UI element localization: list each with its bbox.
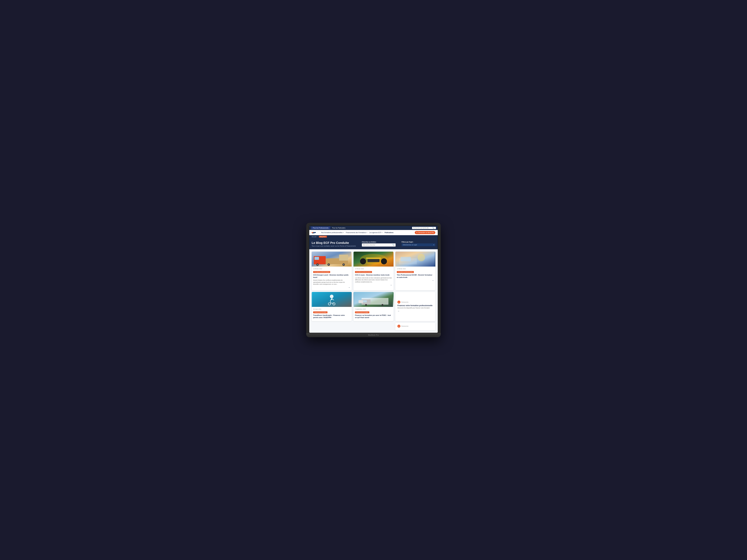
card-2-tag: Formations professionnelles [355,271,372,273]
spacer-2 [354,323,393,330]
card-2-arrow[interactable]: → [355,284,392,286]
article-search-input[interactable] [363,244,392,246]
card-1-date: 14 février 2022 [313,268,350,270]
card-5-tag: Financement formation [355,311,369,313]
card-3-title: Titre Professionnel ECSR : Devenir forma… [397,274,434,278]
svg-rect-5 [314,257,319,260]
breadcrumb: Accueil › Blog ECF [309,235,438,238]
hero-subtitle: Tous ce que vous souhaitez savoir sur le… [312,245,356,247]
card-4-title: Travailleurs handicapés : Financez votre… [313,314,350,319]
spacer-1 [312,323,352,330]
chevron-down-icon: ▾ [433,244,434,246]
car-image-svg [395,251,435,267]
card-1-body: 14 février 2022 Formations professionnel… [312,267,352,290]
svg-point-10 [328,264,329,265]
hero-text: Le Blog ECF Pro Conduite Tous ce que vou… [312,241,356,247]
cta-label: Demander un devis Pro [418,232,434,233]
truck-image-svg [312,251,352,267]
logo[interactable]: ECF [312,231,318,234]
top-search-wrap: 🔍 [412,227,436,229]
tab-professionnels[interactable]: Pour les Professionnels [311,226,330,230]
laptop-brand-label: MacBook Pro [368,334,379,336]
svg-point-17 [360,258,366,264]
cards-row-2-partial: ● Ressources [312,323,435,330]
card-1-title: CCS Groupe Lourd : Devenez moniteur poid… [313,274,350,278]
laptop-frame: Pour les Professionnels Pour les Particu… [306,223,441,337]
nav-publications[interactable]: Publications [385,232,393,233]
card-5-image [354,292,393,307]
filter-select-wrap[interactable]: Sélectionnez un sujet ▾ [402,243,435,246]
cta-icon: ⚙ [416,232,418,233]
resource-arrow-1[interactable]: → [397,310,433,312]
resource-card-1[interactable]: ● Ressources Financez votre formation pr… [395,292,435,321]
card-4-image [312,292,352,307]
card-5-title: Financer sa formation pro avec la POEC :… [355,314,392,319]
card-1-tag: Formations professionnelles [313,271,330,273]
card-2-date: 14 février 2022 [355,268,392,270]
breadcrumb-current: Blog ECF [319,236,327,238]
breadcrumb-home[interactable]: Accueil [312,236,316,238]
svg-point-8 [317,264,318,265]
svg-rect-23 [401,257,411,261]
filter-block: Filtrez par Sujet : Sélectionnez un suje… [402,241,435,246]
card-3-body: 14 février 2022 Formations professionnel… [395,267,435,283]
laptop-base: MacBook Pro [306,333,441,337]
filter-label: Filtrez par Sujet : [402,241,435,243]
card-3-tag: Formations professionnelles [397,271,414,273]
chevron-right-icon: › [317,236,318,238]
nav-cta-button[interactable]: ⚙ Demander un devis Pro [415,231,435,234]
svg-point-12 [343,264,344,265]
card-4-date: 26 mars 2021 [313,309,350,310]
svg-rect-16 [366,258,381,259]
tab-particuliers[interactable]: Pour les Particuliers [330,226,347,230]
search-input-wrap: 🔍 [362,243,395,246]
card-5-body: 3 septembre 2020 Financement formation F… [354,307,393,321]
card-2-body: 14 février 2022 Formations professionnel… [354,267,393,288]
svg-rect-13 [339,255,348,261]
resource-label-1: Ressources [401,301,409,303]
search-label: Cherchez un Article : [362,241,395,243]
svg-point-21 [418,254,425,261]
svg-rect-19 [367,259,380,262]
truck2-image-svg [354,292,393,307]
article-search-block: Cherchez un Article : 🔍 [362,241,395,246]
card-4-tag: Financement formation [313,311,328,313]
top-search-input[interactable] [413,227,432,229]
svg-point-18 [381,258,387,264]
filter-select-text: Sélectionnez un sujet [403,244,433,246]
nav-agences[interactable]: Les agences ECF + [369,232,383,233]
resource-icon-1: ● [397,301,401,303]
card-2[interactable]: 14 février 2022 Formations professionnel… [354,251,393,290]
resource-card-2-partial[interactable]: ● Ressources [395,323,435,330]
card-1-image [312,251,352,267]
card-3-image [395,251,435,267]
card-1[interactable]: 14 février 2022 Formations professionnel… [312,251,352,290]
card-5[interactable]: 3 septembre 2020 Financement formation F… [354,292,393,321]
resource-icon-2: ● [397,325,401,328]
card-3-arrow[interactable]: → [397,279,434,282]
card-1-text: Devenir titulaire d'un certificat complé… [313,279,350,285]
card-4-body: 26 mars 2021 Financement formation Trava… [312,307,352,321]
card-2-title: CCS 2 roues : Devenez moniteur moto écol… [355,274,392,276]
hero-section: Le Blog ECF Pro Conduite Tous ce que vou… [309,238,438,249]
svg-point-27 [330,295,333,298]
card-1-arrow[interactable]: → [313,286,350,289]
resource-text-1: Découvrez les dispositifs pour financer … [397,307,433,309]
cards-grid-section: 14 février 2022 Formations professionnel… [309,249,438,332]
nav-formations[interactable]: Nos formations professionnelles + [321,232,344,233]
moto-image-svg [354,251,393,267]
card-2-image [354,251,393,267]
resource-icon-row-2: ● Ressources [397,325,433,328]
nav-financements[interactable]: Financements des Formations + [346,232,367,233]
card-3[interactable]: 14 février 2022 Formations professionnel… [395,251,435,290]
svg-rect-40 [359,300,363,303]
svg-point-38 [365,304,367,306]
resource-icon-row: ● Ressources [397,301,433,303]
svg-point-39 [382,304,383,306]
card-4[interactable]: 26 mars 2021 Financement formation Trava… [312,292,352,321]
svg-text:ECF: ECF [312,233,314,234]
search-icon: 🔍 [432,227,434,229]
resource-label-2: Ressources [401,325,409,327]
card-3-date: 14 février 2022 [397,268,434,270]
nav-links: Nos formations professionnelles + Financ… [321,232,415,233]
